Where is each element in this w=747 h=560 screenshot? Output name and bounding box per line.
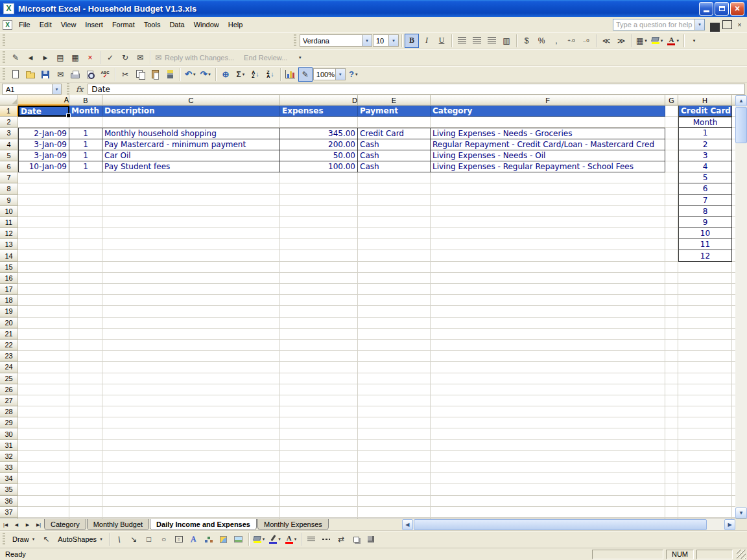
- cell-H17[interactable]: [678, 284, 732, 295]
- row-header-24[interactable]: 24: [0, 362, 18, 373]
- align-left-button[interactable]: [455, 34, 469, 48]
- cell-G32[interactable]: [665, 451, 678, 462]
- cell-A3[interactable]: 2-Jan-09: [18, 128, 69, 139]
- cell-D1[interactable]: Expenses: [280, 106, 358, 117]
- cell-D14[interactable]: [280, 250, 358, 261]
- horizontal-scroll-track[interactable]: [707, 519, 724, 530]
- fill-color-dropdown-icon[interactable]: ▾: [661, 38, 663, 43]
- cell-D27[interactable]: [280, 395, 358, 406]
- cell-C32[interactable]: [102, 451, 280, 462]
- text-box-button[interactable]: ≡: [172, 532, 186, 546]
- cell-F6[interactable]: Living Expenses - Regular Repayment - Sc…: [431, 161, 665, 172]
- zoom-dropdown-icon[interactable]: ▾: [335, 69, 345, 80]
- cell-E19[interactable]: [358, 306, 431, 317]
- cell-G4[interactable]: [665, 139, 678, 150]
- previous-comment-button[interactable]: ◀: [23, 51, 38, 65]
- cell-B37[interactable]: [69, 507, 102, 518]
- cell-C27[interactable]: [102, 395, 280, 406]
- column-header-E[interactable]: E: [358, 95, 431, 106]
- cell-D20[interactable]: [280, 318, 358, 329]
- cell-G1[interactable]: [665, 106, 678, 117]
- menu-view[interactable]: View: [56, 18, 81, 31]
- cell-G17[interactable]: [665, 284, 678, 295]
- cell-D24[interactable]: [280, 362, 358, 373]
- cell-H33[interactable]: [678, 462, 732, 473]
- cell-D33[interactable]: [280, 462, 358, 473]
- draw-fill-color-dropdown-icon[interactable]: ▾: [263, 537, 265, 542]
- cell-H38[interactable]: [678, 518, 732, 519]
- wordart-button[interactable]: A: [187, 532, 201, 546]
- show-comment-button[interactable]: ▤: [53, 51, 67, 65]
- cell-G6[interactable]: [665, 161, 678, 172]
- cell-A27[interactable]: [18, 395, 69, 406]
- send-to-mail-recipient-button[interactable]: ✉: [133, 51, 147, 65]
- resize-grip[interactable]: [737, 550, 746, 559]
- cut-button[interactable]: ✂: [118, 67, 132, 82]
- cell-B27[interactable]: [69, 395, 102, 406]
- autosum-dropdown-icon[interactable]: ▾: [243, 72, 245, 77]
- currency-style-button[interactable]: $: [519, 34, 534, 48]
- cell-D38[interactable]: [280, 518, 358, 519]
- help-dropdown-icon[interactable]: ▾: [355, 72, 358, 77]
- standard-toolbar-grip[interactable]: [3, 68, 5, 81]
- column-header-F[interactable]: F: [431, 95, 665, 106]
- row-header-5[interactable]: 5: [0, 150, 18, 161]
- cell-E29[interactable]: [358, 417, 431, 428]
- cell-D25[interactable]: [280, 373, 358, 384]
- arrow-button[interactable]: ↘: [127, 532, 141, 546]
- cell-C21[interactable]: [102, 329, 280, 340]
- edit-comment-button[interactable]: ✎: [8, 51, 23, 65]
- cell-E15[interactable]: [358, 262, 431, 273]
- column-header-C[interactable]: C: [102, 95, 280, 106]
- cell-B31[interactable]: [69, 440, 102, 451]
- cell-F16[interactable]: [431, 273, 665, 284]
- cell-G16[interactable]: [665, 273, 678, 284]
- cell-F15[interactable]: [431, 262, 665, 273]
- cell-B14[interactable]: [69, 250, 102, 261]
- horizontal-scrollbar[interactable]: ◀ ▶: [402, 519, 735, 530]
- cell-A26[interactable]: [18, 384, 69, 395]
- cell-A35[interactable]: [18, 484, 69, 495]
- cell-E2[interactable]: [358, 117, 431, 128]
- cell-E30[interactable]: [358, 428, 431, 439]
- cell-G13[interactable]: [665, 239, 678, 250]
- cell-E28[interactable]: [358, 406, 431, 417]
- cell-E8[interactable]: [358, 183, 431, 194]
- next-comment-button[interactable]: ▶: [38, 51, 53, 65]
- row-header-20[interactable]: 20: [0, 318, 18, 329]
- menu-insert[interactable]: Insert: [80, 18, 108, 31]
- row-header-28[interactable]: 28: [0, 406, 18, 417]
- cell-E13[interactable]: [358, 239, 431, 250]
- cell-F22[interactable]: [431, 340, 665, 351]
- cell-E9[interactable]: [358, 195, 431, 206]
- cell-A33[interactable]: [18, 462, 69, 473]
- reviewing-toolbar-options-button[interactable]: ▾: [292, 51, 307, 65]
- new-workbook-button[interactable]: [8, 67, 23, 82]
- reply-with-changes-button[interactable]: ✉ Reply with Changes...: [153, 51, 239, 65]
- menu-tools[interactable]: Tools: [139, 18, 165, 31]
- cell-D19[interactable]: [280, 306, 358, 317]
- open-button[interactable]: [23, 67, 38, 82]
- cell-E36[interactable]: [358, 496, 431, 507]
- oval-button[interactable]: ○: [157, 532, 171, 546]
- drawing-button[interactable]: ✎: [298, 67, 313, 82]
- row-header-1[interactable]: 1: [0, 106, 18, 117]
- cell-H13[interactable]: 11: [678, 239, 732, 250]
- cell-B25[interactable]: [69, 373, 102, 384]
- cell-B35[interactable]: [69, 484, 102, 495]
- cell-D31[interactable]: [280, 440, 358, 451]
- shadow-style-button[interactable]: [349, 532, 363, 546]
- cell-C36[interactable]: [102, 496, 280, 507]
- row-header-37[interactable]: 37: [0, 507, 18, 518]
- last-sheet-button[interactable]: ▶|: [33, 519, 44, 530]
- sheet-tab-category[interactable]: Category: [44, 519, 86, 530]
- cell-G2[interactable]: [665, 117, 678, 128]
- menu-format[interactable]: Format: [108, 18, 139, 31]
- font-size-combo[interactable]: 10 ▾: [373, 34, 399, 47]
- row-header-34[interactable]: 34: [0, 473, 18, 484]
- cell-B21[interactable]: [69, 329, 102, 340]
- cell-F4[interactable]: Regular Repayment - Credit Card/Loan - M…: [431, 139, 665, 150]
- cell-G37[interactable]: [665, 507, 678, 518]
- copy-button[interactable]: [133, 67, 147, 82]
- redo-dropdown-icon[interactable]: ▾: [208, 72, 211, 77]
